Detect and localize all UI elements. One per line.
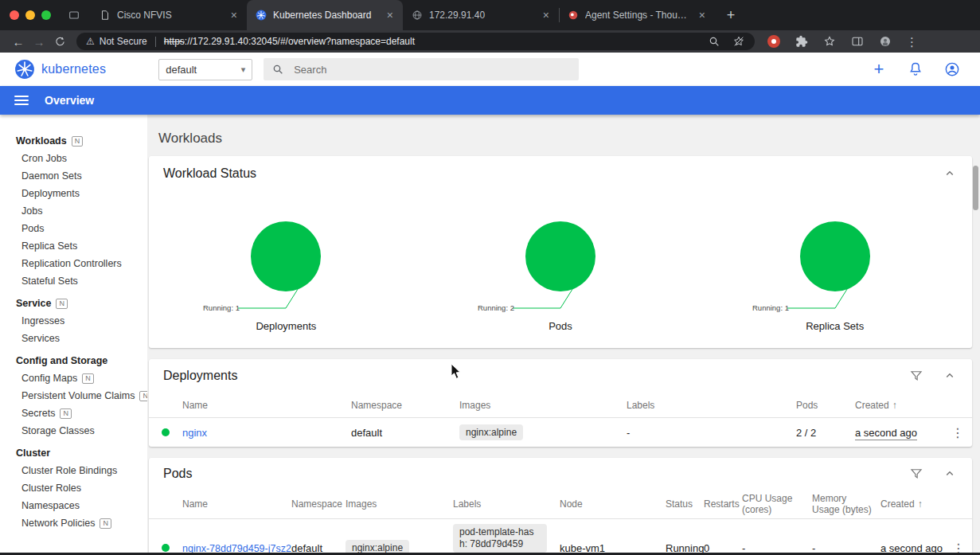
deployment-row[interactable]: nginx default nginx:alpine - 2 / 2 a sec… (149, 418, 972, 447)
sidebar-item-secrets[interactable]: SecretsN (0, 405, 147, 422)
tab-kubernetes-dashboard[interactable]: Kubernetes Dashboard × (247, 0, 403, 30)
column-status[interactable]: Status (666, 498, 704, 510)
tab-cisco-nfvis[interactable]: Cisco NFVIS × (91, 0, 247, 30)
filter-icon[interactable] (908, 466, 924, 482)
pie-running (525, 221, 595, 291)
sidebar-item-daemon-sets[interactable]: Daemon Sets (0, 167, 147, 185)
column-images[interactable]: Images (459, 400, 627, 411)
column-images[interactable]: Images (346, 498, 453, 510)
sidebar-item-stateful-sets[interactable]: Stateful Sets (0, 272, 147, 290)
reload-button[interactable] (49, 32, 70, 51)
sidebar-item-deployments[interactable]: Deployments (0, 185, 147, 202)
tab-close-icon[interactable]: × (385, 10, 395, 21)
column-restarts[interactable]: Restarts (704, 498, 742, 510)
extension-red-icon[interactable] (767, 35, 780, 48)
row-menu-icon[interactable]: ⋮ (951, 425, 964, 440)
scrollbar-thumb[interactable] (973, 166, 978, 210)
create-resource-icon[interactable]: + (870, 61, 888, 78)
column-name[interactable]: Name (182, 400, 351, 411)
namespaced-badge: N (72, 136, 84, 147)
tab-close-icon[interactable]: × (541, 10, 551, 21)
brand-title[interactable]: kubernetes (41, 62, 106, 76)
sidebar-item-replica-sets[interactable]: Replica Sets (0, 237, 147, 255)
tab-ip-address[interactable]: 172.29.91.40 × (403, 0, 559, 30)
column-pods[interactable]: Pods (796, 400, 855, 411)
sidebar-item-network-policies[interactable]: Network PoliciesN (0, 514, 147, 532)
notifications-bell-icon[interactable] (907, 61, 924, 78)
sidebar-group-service[interactable]: ServiceN (0, 295, 147, 312)
bookmark-star-slash-icon[interactable] (732, 35, 745, 49)
globe-icon (411, 10, 423, 21)
search-input[interactable] (294, 64, 571, 76)
appbar-title: Overview (45, 94, 94, 107)
extensions-puzzle-icon[interactable] (795, 35, 808, 49)
user-account-icon[interactable] (943, 61, 961, 78)
column-created[interactable]: Created↑ (855, 400, 943, 411)
sidebar-item-replication-controllers[interactable]: Replication Controllers (0, 255, 147, 272)
sidebar-item-label: Workloads (16, 135, 67, 147)
hamburger-menu-icon[interactable] (14, 96, 29, 105)
url-text: https://172.29.91.40:32045/#/overview?na… (164, 36, 699, 47)
column-namespace[interactable]: Namespace (351, 400, 459, 411)
chart-deployments: Running: 1 Deployments (149, 217, 424, 332)
sidebar-item-config-maps[interactable]: Config MapsN (0, 369, 147, 387)
status-cell (149, 427, 182, 439)
chart-title: Deployments (256, 320, 316, 332)
workload-status-card: Workload Status Running: 1 Deployments (149, 156, 972, 348)
workload-charts: Running: 1 Deployments Running: 2 Pods (149, 217, 972, 348)
column-name[interactable]: Name (182, 498, 291, 510)
side-panel-icon[interactable] (850, 35, 864, 49)
dashboard-header: kubernetes default ▾ + (0, 53, 980, 86)
window-close-button[interactable] (10, 10, 19, 20)
tab-agent-settings[interactable]: Agent Settings - ThousandEye × (559, 0, 715, 30)
tab-close-icon[interactable]: × (229, 10, 239, 21)
namespaced-badge: N (60, 408, 72, 419)
collapse-chevron-icon[interactable] (942, 466, 958, 482)
collapse-chevron-icon[interactable] (942, 368, 958, 384)
column-labels[interactable]: Labels (627, 400, 796, 411)
sidebar-item-namespaces[interactable]: Namespaces (0, 497, 147, 514)
cell-labels: pod-template-hash: 78dd79d459 run: nginx (453, 524, 560, 555)
search-box[interactable] (264, 58, 579, 80)
filter-icon[interactable] (908, 368, 924, 384)
tab-close-icon[interactable]: × (697, 10, 707, 21)
search-zoom-icon[interactable] (707, 35, 720, 49)
address-bar[interactable]: ⚠ Not Secure https://172.29.91.40:32045/… (76, 33, 755, 50)
tab-overview-icon[interactable] (64, 5, 84, 25)
sidebar-item-cluster-role-bindings[interactable]: Cluster Role Bindings (0, 462, 147, 479)
sidebar-item-services[interactable]: Services (0, 330, 147, 347)
sidebar-item-ingresses[interactable]: Ingresses (0, 312, 147, 330)
window-minimize-button[interactable] (25, 10, 35, 20)
sidebar-item-pods[interactable]: Pods (0, 220, 147, 237)
favorites-star-icon[interactable] (822, 35, 836, 49)
back-button[interactable]: ← (8, 32, 29, 51)
legend-label: Running: 1 (752, 303, 789, 312)
sidebar-group-cluster[interactable]: Cluster (0, 444, 147, 462)
namespaced-badge: N (139, 391, 147, 401)
column-labels[interactable]: Labels (453, 498, 560, 510)
deployment-name-link[interactable]: nginx (182, 427, 207, 439)
column-memory[interactable]: Memory Usage (bytes) (812, 493, 880, 515)
sidebar-group-workloads[interactable]: WorkloadsN (0, 132, 147, 150)
collapse-chevron-icon[interactable] (942, 166, 958, 182)
browser-menu-icon[interactable]: ⋮ (906, 36, 918, 48)
card-header: Deployments (149, 359, 972, 393)
sidebar-item-storage-classes[interactable]: Storage Classes (0, 422, 147, 440)
sidebar-item-jobs[interactable]: Jobs (0, 202, 147, 220)
column-cpu[interactable]: CPU Usage (cores) (742, 493, 812, 515)
column-namespace[interactable]: Namespace (291, 498, 346, 510)
column-node[interactable]: Node (560, 498, 666, 510)
new-tab-button[interactable]: + (720, 4, 742, 26)
column-created[interactable]: Created↑ (880, 498, 944, 510)
window-zoom-button[interactable] (41, 10, 51, 20)
sidebar-item-cron-jobs[interactable]: Cron Jobs (0, 150, 147, 167)
namespace-select[interactable]: default ▾ (158, 59, 252, 80)
sidebar-group-config-and-storage[interactable]: Config and Storage (0, 352, 147, 369)
forward-button[interactable]: → (29, 32, 49, 51)
security-label[interactable]: Not Secure (100, 36, 147, 47)
pod-row[interactable]: nginx-78dd79d459-j7sz2 default nginx:alp… (149, 519, 972, 555)
sidebar-item-persistent-volume-claims[interactable]: Persistent Volume ClaimsN (0, 387, 147, 405)
sidebar-item-cluster-roles[interactable]: Cluster Roles (0, 479, 147, 497)
page: WorkloadsN Cron Jobs Daemon Sets Deploym… (0, 115, 980, 555)
profile-avatar-icon[interactable] (878, 35, 892, 49)
